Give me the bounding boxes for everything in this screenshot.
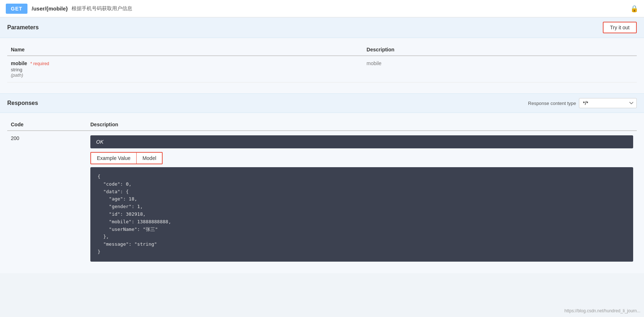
responses-table: Code Description 200 OK Example Value [7,119,637,266]
parameters-table: Name Description mobile * required strin… [7,44,637,83]
param-description-cell: mobile [363,56,637,83]
lock-icon: 🔒 [630,5,638,13]
table-row: mobile * required string (path) mobile [7,56,637,83]
param-name: mobile [11,60,27,66]
endpoint-path: /user/{mobile} [32,5,68,12]
endpoint-description: 根据手机号码获取用户信息 [72,5,132,12]
example-tabs-container: Example Value Model [90,152,633,164]
tab-model[interactable]: Model [137,153,162,164]
param-name-row: mobile * required [11,60,359,66]
tab-example-value[interactable]: Example Value [91,153,136,164]
param-location: (path) [11,72,359,78]
top-bar: GET /user/{mobile} 根据手机号码获取用户信息 🔒 [0,0,644,17]
responses-section-title: Responses [7,100,38,106]
response-code: 200 [11,135,19,141]
parameters-table-area: Name Description mobile * required strin… [0,38,644,93]
param-type: string [11,67,359,72]
response-content-type-select[interactable]: */* application/json text/plain [579,98,637,108]
example-tabs: Example Value Model [90,152,163,164]
parameters-section-title: Parameters [7,24,39,31]
param-name-cell: mobile * required string (path) [7,56,363,83]
responses-col-description: Description [87,119,637,131]
responses-table-area: Code Description 200 OK Example Value [0,113,644,273]
response-description-cell: OK Example Value Model { "code": 0, "dat… [87,131,637,266]
parameters-section-header: Parameters Try it out [0,17,644,38]
responses-content-type-area: Response content type */* application/js… [528,98,637,108]
code-block: { "code": 0, "data": { "age": 18, "gende… [90,167,633,262]
param-description-text: mobile [366,60,381,66]
param-required-badge: * required [30,61,49,66]
responses-col-code: Code [7,119,87,131]
response-content-type-label: Response content type [528,101,576,106]
method-badge: GET [6,4,27,14]
ok-label: OK [96,139,103,145]
table-row: 200 OK Example Value Model { "code": 0, … [7,131,637,266]
try-it-out-button[interactable]: Try it out [603,22,637,33]
response-code-cell: 200 [7,131,87,266]
responses-section-header: Responses Response content type */* appl… [0,93,644,113]
params-col-description: Description [363,44,637,56]
params-col-name: Name [7,44,363,56]
ok-bar: OK [90,135,633,148]
